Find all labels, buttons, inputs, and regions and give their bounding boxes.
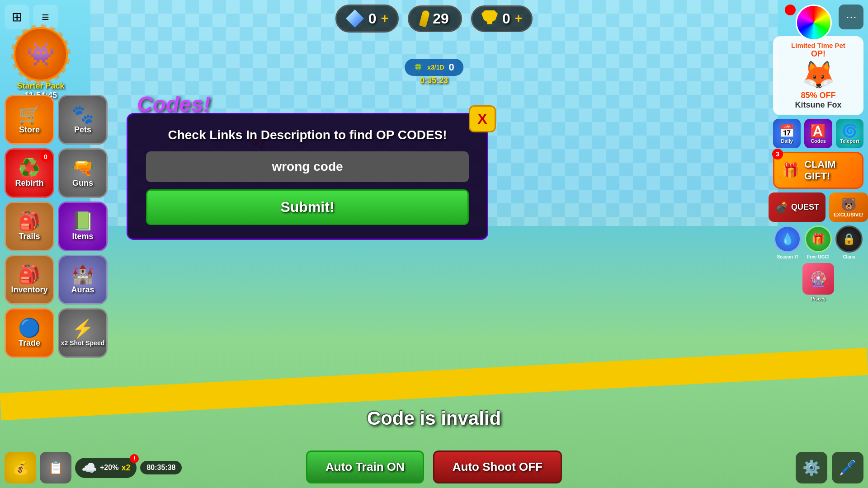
- sidebar-item-trails[interactable]: 🎒 Trails: [5, 202, 54, 251]
- limited-pet-label: Limited Time Pet: [778, 42, 858, 49]
- codes-popup-title: Check Links In Description to find OP CO…: [146, 128, 469, 142]
- more-options-button[interactable]: ⋯: [839, 5, 863, 29]
- bear-icon: 🐻: [841, 197, 857, 212]
- codes-input-field[interactable]: [146, 151, 469, 182]
- bottom-timer: 80:35:38: [146, 464, 175, 472]
- bottom-center-buttons: Auto Train ON Auto Shoot OFF: [306, 450, 562, 483]
- color-wheel-red-dot: [785, 5, 796, 15]
- shot-speed-icon: ⚡: [71, 319, 94, 338]
- xp-badge-label: x3/1D: [427, 64, 444, 71]
- right-sidebar: Limited Time Pet OP! 🦊 85% OFF Kitsune F…: [769, 0, 868, 306]
- leaderboard-button[interactable]: 📋: [40, 452, 71, 483]
- bottom-right-buttons: ⚙️ 🖊️: [796, 452, 863, 483]
- pets-icon: 🐾: [71, 105, 94, 123]
- diamond-currency-pill: 0 +: [335, 5, 399, 33]
- xp-badges: 🍀: [414, 63, 423, 72]
- close-popup-button[interactable]: X: [469, 105, 496, 132]
- codes-submit-button[interactable]: Submit!: [146, 189, 469, 225]
- bomb-icon: 💣: [775, 201, 788, 214]
- clans-button[interactable]: 🔒 Clans: [835, 225, 863, 259]
- inventory-label: Inventory: [11, 285, 47, 295]
- quest-button[interactable]: 💣 QUEST: [769, 192, 826, 222]
- teleport-icon: 🌀: [842, 123, 858, 138]
- items-label: Items: [72, 232, 93, 241]
- season-label: Season 7!: [777, 254, 798, 259]
- bullet-count-pill: 29: [408, 5, 462, 32]
- auto-shoot-button[interactable]: Auto Shoot OFF: [433, 450, 562, 483]
- season-ugc-clans-row: 💧 Season 7! 🎁 Free UGC! 🔒 Clans: [773, 225, 863, 259]
- starter-pack-button[interactable]: 👾 Starter Pack 11:54:45: [14, 27, 68, 100]
- starter-pack-label: Starter Pack: [17, 81, 64, 91]
- edit-button[interactable]: 🖊️: [832, 452, 863, 483]
- cloud-stat-pill: ! ☁️ +20% x2: [75, 458, 137, 478]
- claim-gift-button[interactable]: 3 🎁 CLAIM GIFT!: [773, 152, 863, 189]
- store-label: Store: [19, 125, 40, 135]
- clans-label: Clans: [843, 254, 855, 259]
- free-ugc-button[interactable]: 🎁 Free UGC!: [805, 225, 832, 259]
- sidebar-item-auras[interactable]: 🏰 Auras: [58, 255, 108, 305]
- shot-speed-label: x2 Shot Speed: [61, 339, 104, 347]
- season-icon: 💧: [774, 225, 801, 253]
- sidebar-item-items[interactable]: 📗 Items: [58, 202, 108, 251]
- sidebar-row-2: ♻️ Rebirth 0 🔫 Guns: [5, 148, 108, 198]
- starter-pack-icon: 👾: [14, 27, 68, 81]
- bullet-value: 29: [433, 10, 449, 27]
- codes-popup-label: Codes!: [137, 92, 211, 117]
- cloud-stat-info: +20%: [100, 464, 118, 472]
- gift-badge: 3: [772, 149, 783, 160]
- auto-train-button[interactable]: Auto Train ON: [306, 450, 424, 483]
- sidebar-item-trade[interactable]: 🔵 Trade: [5, 308, 54, 358]
- sidebar-row-1: 🛒 Store 🐾 Pets: [5, 95, 108, 145]
- season-button[interactable]: 💧 Season 7!: [774, 225, 801, 259]
- daily-codes-teleport-row: 📅 Daily 🅰️ Codes 🌀 Teleport: [773, 119, 863, 148]
- sidebar-row-4: 🎒 Inventory 🏰 Auras: [5, 255, 108, 305]
- daily-label: Daily: [781, 138, 793, 144]
- trophy-value: 0: [502, 10, 510, 27]
- inventory-icon: 🎒: [18, 265, 41, 283]
- exclusive-button[interactable]: 🐻 EXCLUSIVE!: [829, 192, 868, 222]
- color-wheel-button[interactable]: [796, 5, 832, 41]
- sidebar-item-rebirth[interactable]: ♻️ Rebirth 0: [5, 148, 54, 198]
- codes-popup: Codes! X Check Links In Description to f…: [127, 113, 488, 240]
- pisces-button[interactable]: 🎡 Pisces: [802, 263, 834, 301]
- trophy-add-button[interactable]: +: [515, 11, 522, 26]
- xp-timer: 0:35:23: [420, 76, 448, 85]
- codes-button[interactable]: 🅰️ Codes: [804, 119, 832, 148]
- exclusive-label: EXCLUSIVE!: [834, 212, 863, 217]
- sidebar-item-store[interactable]: 🛒 Store: [5, 95, 54, 145]
- sidebar-item-guns[interactable]: 🔫 Guns: [58, 148, 108, 198]
- coins-button[interactable]: 💰: [5, 452, 36, 483]
- sidebar-item-inventory[interactable]: 🎒 Inventory: [5, 255, 54, 305]
- rebirth-badge: 0: [41, 152, 51, 162]
- teleport-label: Teleport: [840, 138, 859, 144]
- limited-pet-button[interactable]: Limited Time Pet OP! 🦊 85% OFF Kitsune F…: [773, 36, 863, 115]
- pets-label: Pets: [74, 125, 91, 135]
- teleport-button[interactable]: 🌀 Teleport: [836, 119, 863, 148]
- daily-button[interactable]: 📅 Daily: [773, 119, 801, 148]
- settings-button[interactable]: ⚙️: [796, 452, 827, 483]
- claim-gift-label: CLAIM GIFT!: [804, 159, 855, 182]
- bullet-icon: [419, 10, 430, 28]
- xp-bar: 🍀 x3/1D 0: [405, 59, 463, 76]
- codes-icon: 🅰️: [810, 123, 826, 138]
- gift-icon: 🎁: [782, 162, 800, 179]
- cloud-stat-value: +20%: [100, 464, 118, 472]
- cloud-icon: ☁️: [81, 460, 97, 475]
- timer-stat-pill: 80:35:38: [140, 461, 182, 474]
- sidebar-item-shot-speed[interactable]: ⚡ x2 Shot Speed: [58, 308, 108, 358]
- clans-icon: 🔒: [835, 225, 863, 253]
- xp-timer-area: 🍀 x3/1D 0 0:35:23: [405, 59, 463, 85]
- trails-label: Trails: [19, 232, 40, 241]
- sidebar-item-pets[interactable]: 🐾 Pets: [58, 95, 108, 145]
- limited-pet-op: OP!: [778, 49, 858, 59]
- items-icon: 📗: [71, 212, 94, 230]
- code-invalid-text: Code is invalid: [367, 408, 501, 429]
- store-icon: 🛒: [18, 105, 41, 123]
- quest-label: QUEST: [791, 202, 819, 212]
- pet-name: Kitsune Fox: [778, 100, 858, 110]
- sidebar-row-3: 🎒 Trails 📗 Items: [5, 202, 108, 251]
- diamond-value: 0: [368, 10, 377, 27]
- diamond-add-button[interactable]: +: [381, 11, 388, 26]
- rebirth-label: Rebirth: [15, 178, 44, 188]
- trade-label: Trade: [19, 338, 40, 348]
